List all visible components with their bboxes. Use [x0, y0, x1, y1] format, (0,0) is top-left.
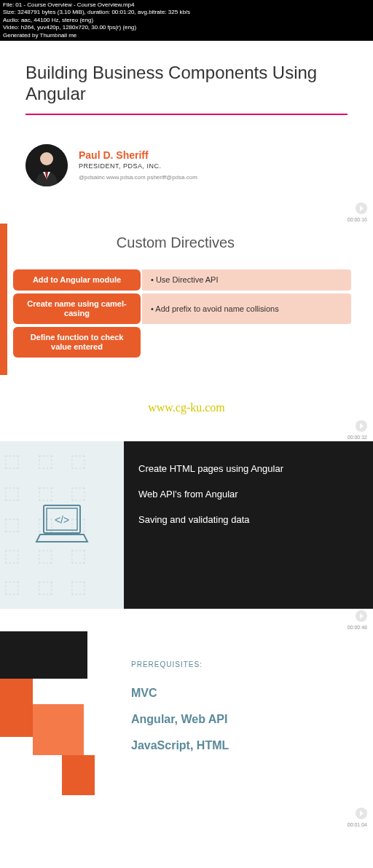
topic-item: Web API's from Angular [138, 489, 358, 500]
directive-step: Create name using camel-casing [13, 293, 141, 324]
play-icon [356, 808, 367, 819]
timestamp-1: 00:00:16 [6, 217, 367, 222]
deco-orange-block [33, 704, 84, 755]
metadata-audio: Audio: aac, 44100 Hz, stereo (eng) [3, 17, 370, 24]
author-info: Paul D. Sheriff PRESIDENT, PDSA, INC. @p… [79, 149, 197, 181]
slide-decoration [0, 631, 117, 806]
slide-prerequisites: PREREQUISITES: MVC Angular, Web API Java… [0, 631, 373, 806]
directive-detail: • Add prefix to avoid name collisions [142, 293, 351, 324]
directive-grid: Add to Angular module • Use Directive AP… [13, 269, 351, 358]
timestamp-row-4: 00:01:04 [0, 806, 373, 829]
directive-row: Add to Angular module • Use Directive AP… [13, 269, 351, 291]
slide-topics-graphic: ⬚ ⬚ ⬚ ⬚ ⬚ ⬚ ⬚ ⬚ ⬚ ⬚ ⬚ ⬚ ⬚ ⬚ ⬚ ⬚ ⬚ ⬚ ⬚ ⬚ … [0, 441, 124, 609]
directive-step: Add to Angular module [13, 269, 141, 291]
play-icon [356, 202, 367, 214]
topic-item: Create HTML pages using Angular [138, 463, 358, 474]
topic-item: Saving and validating data [138, 514, 358, 525]
timestamp-row-1: 00:00:16 [0, 201, 373, 224]
title-divider [25, 114, 348, 115]
play-icon [356, 610, 367, 622]
prerequisites-label: PREREQUISITES: [131, 660, 351, 668]
svg-text:</>: </> [55, 514, 69, 526]
author-title: PRESIDENT, PDSA, INC. [79, 162, 197, 170]
prerequisite-item: Angular, Web API [131, 713, 351, 726]
video-metadata-bar: File: 01 - Course Overview - Course Over… [0, 0, 373, 41]
deco-black-block [0, 631, 87, 679]
author-name: Paul D. Sheriff [79, 149, 197, 161]
directives-title: Custom Directives [0, 234, 351, 251]
svg-point-1 [40, 152, 53, 165]
laptop-icon: </> [33, 502, 91, 548]
prerequisite-item: MVC [131, 687, 351, 700]
metadata-generated: Generated by Thumbnail me [3, 32, 370, 39]
slide-topics-list: Create HTML pages using Angular Web API'… [124, 441, 373, 609]
slide-topics: ⬚ ⬚ ⬚ ⬚ ⬚ ⬚ ⬚ ⬚ ⬚ ⬚ ⬚ ⬚ ⬚ ⬚ ⬚ ⬚ ⬚ ⬚ ⬚ ⬚ … [0, 441, 373, 609]
watermark-text: www.cg-ku.com [0, 397, 373, 419]
orange-accent-bar [0, 224, 7, 376]
metadata-file: File: 01 - Course Overview - Course Over… [3, 1, 370, 9]
slide-title: Building Business Components Using Angul… [0, 41, 373, 201]
author-avatar [25, 144, 68, 186]
course-title: Building Business Components Using Angul… [25, 63, 348, 105]
timestamp-3: 00:00:48 [6, 625, 367, 630]
play-icon [356, 420, 367, 432]
slide-directives: Custom Directives Add to Angular module … [0, 224, 373, 398]
timestamp-row-3: 00:00:48 [0, 609, 373, 631]
timestamp-row-2: 00:00:32 [0, 419, 373, 441]
prerequisite-item: JavaScript, HTML [131, 739, 351, 752]
author-contact: @pdsainc www.pdsa.com psheriff@pdsa.com [79, 174, 197, 181]
author-row: Paul D. Sheriff PRESIDENT, PDSA, INC. @p… [25, 144, 348, 186]
deco-orange-block [0, 679, 33, 737]
deco-orange-block [62, 755, 95, 795]
directive-step: Define function to check value entered [13, 327, 141, 358]
metadata-size: Size: 3248791 bytes (3.10 MiB), duration… [3, 9, 370, 16]
metadata-video: Video: h264, yuv420p, 1280x720, 30.00 fp… [3, 24, 370, 31]
directive-detail: • Use Directive API [142, 269, 351, 291]
directive-row: Define function to check value entered [13, 327, 351, 358]
directive-row: Create name using camel-casing • Add pre… [13, 293, 351, 324]
timestamp-4: 00:01:04 [6, 822, 367, 827]
timestamp-2: 00:00:32 [6, 435, 367, 440]
